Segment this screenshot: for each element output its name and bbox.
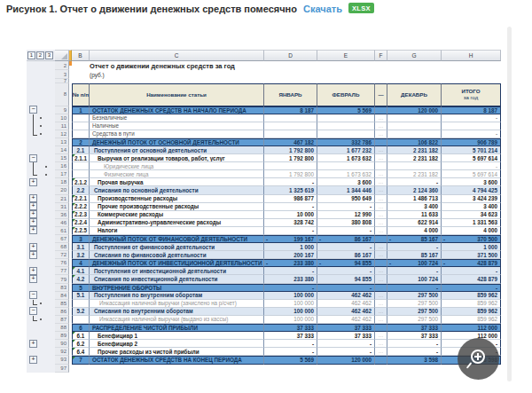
- cell-f10: …: [375, 114, 387, 122]
- cell-b15: 2.1.1: [72, 154, 90, 162]
- cell-c17: Физические лица: [90, 170, 264, 178]
- cell-d67: -199 167: [264, 235, 317, 243]
- sheet-row-17: 17Физические лица1 792 8001 673 632…2 23…: [27, 170, 501, 178]
- cell-d9: 8 187: [264, 106, 317, 114]
- outline-dot-icon: [40, 318, 42, 320]
- cell-e72: 86 167: [317, 251, 375, 259]
- figure-caption: Рисунок 1. Отчет о движении денежных сре…: [6, 3, 374, 14]
- figure-caption-text: Рисунок 1. Отчет о движении денежных сре…: [6, 4, 297, 14]
- row-header-14: 14: [55, 146, 69, 154]
- cell-h31: 3 400: [442, 203, 501, 211]
- row-header-61: 61: [55, 227, 69, 235]
- outline-dot-icon: [40, 303, 42, 304]
- cell-d77: -: [264, 267, 317, 275]
- empty-cell: [72, 365, 501, 373]
- cell-d21: 986 877: [264, 195, 317, 203]
- cell-c15: Выручка от реализации товаров, работ, ус…: [90, 154, 264, 162]
- row-header-67: 67: [55, 235, 69, 243]
- column-a-cell: [69, 365, 72, 373]
- cell-e9: 5 569: [317, 106, 375, 114]
- sheet-row-9: −91ОСТАТОК ДЕНЕЖНЫХ СРЕДСТВ НА НАЧАЛО ПЕ…: [27, 106, 501, 114]
- outline-level-3-button: 3: [45, 51, 53, 59]
- row-header-21: 21: [55, 195, 69, 203]
- cell-f14: …: [375, 146, 387, 154]
- row-header-20: 20: [55, 186, 69, 194]
- outline-line: [33, 122, 34, 130]
- cell-b92: 6.4: [72, 348, 90, 356]
- sheet-row-16: 16Юридические лица-: [27, 162, 501, 170]
- scrollbar[interactable]: [507, 27, 512, 381]
- warning-triangle-icon: [73, 211, 75, 214]
- row-header-18: 18: [55, 178, 69, 186]
- cell-d11: [264, 122, 317, 130]
- outline-plus-button: +: [29, 243, 37, 251]
- cell-f90: …: [375, 340, 387, 348]
- zoom-button[interactable]: [458, 338, 499, 380]
- outline-gutter: [27, 70, 55, 79]
- sheet-row-85: 85Инкассация наличной выручки (зачислено…: [27, 300, 501, 308]
- sheet-row-76: 764ДЕНЕЖНЫЙ ПОТОК ОТ ИНВЕСТИЦИОННОЙ ДЕЯТ…: [27, 259, 501, 267]
- row-header-15: 15: [55, 154, 69, 162]
- cell-b17: [72, 170, 90, 178]
- outline-plus-button: +: [29, 267, 37, 275]
- outline-gutter: −: [27, 106, 55, 114]
- cell-d14: 1 792 800: [264, 146, 317, 154]
- cell-d15: 1 792 800: [264, 154, 317, 162]
- cell-d85: 100 000: [264, 300, 317, 308]
- cell-f89: …: [375, 332, 387, 340]
- cell-e88: 37 333: [317, 324, 375, 332]
- outline-plus-button: +: [29, 275, 37, 283]
- cell-h14: 5 701 214: [442, 146, 501, 154]
- cell-h9: 8 187: [442, 106, 501, 114]
- warning-triangle-icon: [73, 219, 75, 222]
- cell-d17: 1 792 800: [264, 170, 317, 178]
- cell-f18: …: [375, 178, 387, 186]
- cell-g18: -: [387, 178, 442, 186]
- warning-triangle-icon: [73, 195, 75, 198]
- cell-h61: 4 000: [442, 227, 501, 235]
- cell-g68: -: [387, 243, 442, 251]
- cell-c21: Производственные расходы: [90, 195, 264, 203]
- outline-gutter: +: [27, 178, 55, 186]
- cell-e21: 950 649: [317, 195, 375, 203]
- xlsx-badge[interactable]: XLSX: [348, 3, 374, 13]
- header-name: Наименование статьи: [90, 83, 264, 106]
- cell-d18: -: [264, 178, 317, 186]
- cell-e67: -86 167: [317, 235, 375, 243]
- row-header-12: 12: [55, 130, 69, 138]
- outline-dot-icon: [40, 125, 42, 127]
- cell-e77: -: [317, 267, 375, 275]
- sheet-row-93: +937ОСТАТОК ДЕНЕЖНЫХ СРЕДСТВ НА КОНЕЦ ПЕ…: [27, 356, 501, 364]
- cell-c72: Списания по финансовой деятельности: [90, 251, 264, 259]
- select-all-corner: [55, 50, 69, 61]
- outline-gutter: [27, 324, 55, 332]
- cell-g72: 85 167: [387, 251, 442, 259]
- sheet-row-14: 142.1Поступления от основной деятельност…: [27, 146, 501, 154]
- row-header-86: 86: [55, 308, 69, 316]
- download-link[interactable]: Скачать: [303, 4, 342, 14]
- cell-h67: -370 500: [442, 235, 501, 243]
- warning-triangle-icon: [73, 203, 75, 206]
- cell-b72: 3.2: [72, 251, 90, 259]
- cell-cursor-marker: [69, 61, 72, 66]
- row-header-68: 68: [55, 243, 69, 251]
- cell-d12: [264, 130, 317, 138]
- cell-f36: …: [375, 211, 387, 219]
- outline-gutter: [27, 83, 55, 106]
- outline-gutter: [27, 114, 55, 122]
- cell-g79: 100 724: [387, 275, 442, 283]
- cell-d90: -: [264, 340, 317, 348]
- cell-b87: [72, 316, 90, 324]
- row-header-79: 79: [55, 275, 69, 283]
- cell-g15: 2 231 182: [387, 154, 442, 162]
- warning-triangle-icon: [73, 227, 75, 230]
- cell-b85: [72, 300, 90, 308]
- sheet-row-92: 926.4Прочие расходы из чистой прибыли--……: [27, 348, 501, 356]
- sheet-row-46: +462.2.4Административно-управленческие р…: [27, 219, 501, 227]
- cell-c68: Поступления от финансовой деятельности: [90, 243, 264, 251]
- sheet-row-20: 202.2Списания по основной деятельности1 …: [27, 186, 501, 194]
- row-header-11: 11: [55, 122, 69, 130]
- cell-f31: …: [375, 203, 387, 211]
- cell-c86: Списания по внутренним оборотам: [90, 308, 264, 316]
- cell-f92: …: [375, 348, 387, 356]
